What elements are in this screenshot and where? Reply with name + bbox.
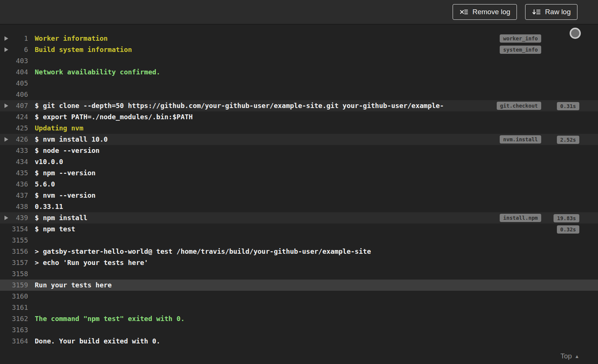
line-number[interactable]: 3159 <box>0 280 28 291</box>
line-number[interactable]: 3155 <box>0 235 28 246</box>
line-number[interactable]: 433 <box>0 145 28 156</box>
line-number[interactable]: 3164 <box>0 336 28 347</box>
log-text: $ npm --version <box>35 167 541 179</box>
line-number[interactable]: 434 <box>0 156 28 167</box>
log-line: 433$ node --version <box>0 145 598 156</box>
duration-badge: 0.32s <box>557 225 579 234</box>
remove-log-icon <box>459 8 468 16</box>
log-line: 3154$ npm test0.32s <box>0 223 598 235</box>
log-line: 424$ export PATH=./node_modules/.bin:$PA… <box>0 111 598 123</box>
line-number[interactable]: 3163 <box>0 324 28 336</box>
log-line: 434v10.0.0 <box>0 156 598 167</box>
top-arrow-icon: ▲ <box>574 354 579 359</box>
log-text: Updating nvm <box>35 123 541 134</box>
scroll-to-top-link[interactable]: Top ▲ <box>560 352 579 360</box>
log-line: 403 <box>0 55 598 67</box>
log-line: 3159Run your tests here <box>0 280 598 291</box>
log-text: The command "npm test" exited with 0. <box>35 313 541 324</box>
remove-log-label: Remove log <box>472 8 510 16</box>
duration-badge: 2.52s <box>557 136 579 144</box>
duration-slot: 0.31s <box>546 100 579 111</box>
log-text: $ node --version <box>35 145 541 156</box>
log-line: 3163 <box>0 324 598 336</box>
fold-arrow-icon[interactable] <box>4 216 8 220</box>
duration-badge: 19.83s <box>554 214 579 222</box>
line-number[interactable]: 436 <box>0 179 28 190</box>
log-line: 426$ nvm install 10.0nvm.install2.52s <box>0 134 598 145</box>
line-number[interactable]: 3157 <box>0 257 28 268</box>
line-number[interactable]: 3156 <box>0 246 28 257</box>
log-text: Worker information <box>35 33 500 44</box>
fold-arrow-icon[interactable] <box>4 104 8 108</box>
log-text: $ export PATH=./node_modules/.bin:$PATH <box>35 111 541 123</box>
line-number[interactable]: 3161 <box>0 302 28 313</box>
line-number[interactable]: 3160 <box>0 291 28 302</box>
log-line: 437$ nvm --version <box>0 190 598 201</box>
log-line: 4365.6.0 <box>0 179 598 190</box>
fold-tag: install.npm <box>500 214 541 222</box>
log-text: 0.33.11 <box>35 201 541 212</box>
fold-arrow-icon[interactable] <box>4 47 8 52</box>
log-text: Network availability confirmed. <box>35 67 541 78</box>
log-text: > echo 'Run your tests here' <box>35 257 541 268</box>
log-text: Run your tests here <box>35 280 541 291</box>
log-text: > gatsby-starter-hello-world@ test /home… <box>35 246 541 257</box>
log-line: 3160 <box>0 291 598 302</box>
line-number[interactable]: 3154 <box>0 223 28 235</box>
line-number[interactable]: 3162 <box>0 313 28 324</box>
log-text: 5.6.0 <box>35 179 541 190</box>
line-number[interactable]: 405 <box>0 78 28 89</box>
remove-log-button[interactable]: Remove log <box>453 4 517 20</box>
log-text: Build system information <box>35 44 500 55</box>
fold-tag: nvm.install <box>500 135 541 144</box>
fold-arrow-icon[interactable] <box>4 137 8 142</box>
log-line: 3155 <box>0 235 598 246</box>
fold-tag: worker_info <box>500 34 541 43</box>
line-number[interactable]: 438 <box>0 201 28 212</box>
log-lines: 1Worker informationworker_info6Build sys… <box>0 33 598 347</box>
log-line: 406 <box>0 89 598 100</box>
duration-badge: 0.31s <box>557 102 579 110</box>
duration-slot: 2.52s <box>546 134 579 145</box>
log-text: $ npm test <box>35 223 541 235</box>
raw-log-button[interactable]: Raw log <box>525 4 577 20</box>
top-link-label: Top <box>560 352 572 360</box>
fold-arrow-icon[interactable] <box>4 36 8 41</box>
build-log: 1Worker informationworker_info6Build sys… <box>0 25 598 347</box>
log-line: 1Worker informationworker_info <box>0 33 598 44</box>
log-line: 4380.33.11 <box>0 201 598 212</box>
line-number[interactable]: 406 <box>0 89 28 100</box>
log-line: 435$ npm --version <box>0 167 598 179</box>
line-number[interactable]: 424 <box>0 111 28 123</box>
line-number[interactable]: 3158 <box>0 268 28 280</box>
raw-log-label: Raw log <box>545 8 571 16</box>
line-number[interactable]: 435 <box>0 167 28 179</box>
raw-log-icon <box>532 8 541 16</box>
log-text: $ nvm install 10.0 <box>35 134 500 145</box>
log-line: 404Network availability confirmed. <box>0 67 598 78</box>
line-number[interactable]: 404 <box>0 67 28 78</box>
log-line: 3157> echo 'Run your tests here' <box>0 257 598 268</box>
log-text: Done. Your build exited with 0. <box>35 336 541 347</box>
log-toolbar: Remove log Raw log <box>0 0 598 25</box>
line-number[interactable]: 403 <box>0 55 28 67</box>
scroll-indicator[interactable] <box>570 28 581 39</box>
log-line: 3161 <box>0 302 598 313</box>
fold-tag: git.checkout <box>497 102 541 110</box>
log-line: 3156> gatsby-starter-hello-world@ test /… <box>0 246 598 257</box>
log-text: $ nvm --version <box>35 190 541 201</box>
log-line: 3162The command "npm test" exited with 0… <box>0 313 598 324</box>
log-line: 407$ git clone --depth=50 https://github… <box>0 100 598 111</box>
log-line: 425Updating nvm <box>0 123 598 134</box>
log-line: 3158 <box>0 268 598 280</box>
line-number[interactable]: 437 <box>0 190 28 201</box>
log-text: v10.0.0 <box>35 156 541 167</box>
log-line: 3164Done. Your build exited with 0. <box>0 336 598 347</box>
duration-slot: 0.32s <box>546 223 579 235</box>
duration-slot: 19.83s <box>546 212 579 223</box>
log-text: $ git clone --depth=50 https://github.co… <box>35 100 497 111</box>
log-line: 439$ npm installinstall.npm19.83s <box>0 212 598 223</box>
line-number[interactable]: 425 <box>0 123 28 134</box>
log-line: 405 <box>0 78 598 89</box>
fold-tag: system_info <box>500 46 541 54</box>
